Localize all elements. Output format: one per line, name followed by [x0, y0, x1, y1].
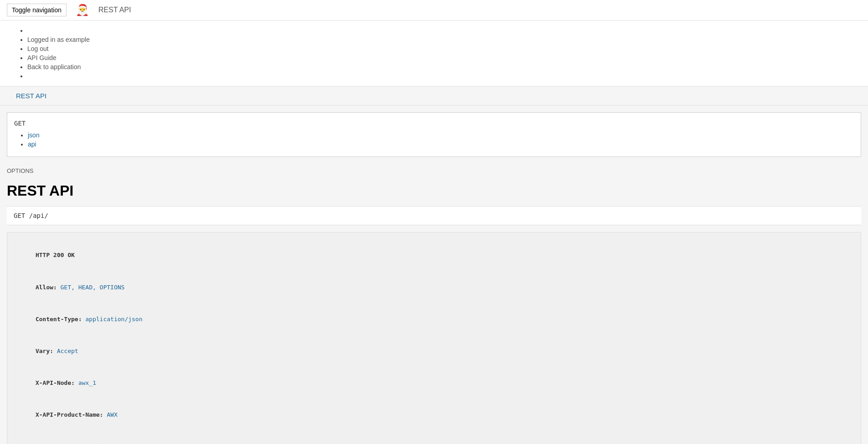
get-link-json: json — [28, 131, 854, 139]
api-guide-link[interactable]: API Guide — [27, 54, 56, 61]
breadcrumb-item-rest-api: REST API — [16, 92, 46, 100]
response-block: HTTP 200 OK Allow: GET, HEAD, OPTIONS Co… — [7, 232, 861, 444]
nav-link-item-back: Back to application — [27, 63, 861, 71]
get-path-row: GET /api/ — [7, 206, 861, 225]
breadcrumb: REST API — [0, 86, 868, 106]
navbar-logo: 🎅 — [76, 5, 89, 15]
get-box: GET json api — [7, 112, 861, 157]
back-to-application-link[interactable]: Back to application — [27, 63, 81, 71]
nav-link-item-api-guide: API Guide — [27, 54, 861, 61]
logged-in-link[interactable]: Logged in as example — [27, 36, 90, 43]
breadcrumb-list: REST API — [7, 92, 861, 100]
toggle-nav-button[interactable]: Toggle navigation — [7, 4, 66, 16]
api-link[interactable]: api — [28, 141, 36, 148]
main-content: GET json api OPTIONS REST API GET /api/ … — [0, 106, 868, 444]
json-link[interactable]: json — [28, 131, 40, 139]
get-label: GET — [14, 120, 854, 127]
navbar-title: REST API — [98, 6, 131, 14]
get-link-api: api — [28, 141, 854, 148]
response-x-api-node: X-API-Node: awx_1 — [14, 367, 854, 399]
nav-links-list: Logged in as example Log out API Guide B… — [18, 27, 861, 80]
response-x-api-product-name: X-API-Product-Name: AWX — [14, 399, 854, 431]
logout-link[interactable]: Log out — [27, 45, 49, 52]
nav-link-item-empty1 — [27, 27, 861, 34]
nav-link-item-logged-in: Logged in as example — [27, 36, 861, 43]
page-heading: REST API — [7, 182, 861, 199]
response-content-type: Content-Type: application/json — [14, 303, 854, 335]
response-x-api-product-version: X-API-Product-Version: 21.5.0 — [14, 431, 854, 444]
nav-link-item-empty2 — [27, 72, 861, 80]
options-row: OPTIONS — [7, 164, 861, 178]
breadcrumb-rest-api-link[interactable]: REST API — [16, 92, 46, 100]
response-status: HTTP 200 OK — [14, 239, 854, 271]
nav-link-item-logout: Log out — [27, 45, 861, 52]
response-vary: Vary: Accept — [14, 335, 854, 367]
response-allow: Allow: GET, HEAD, OPTIONS — [14, 271, 854, 303]
navbar: Toggle navigation 🎅 REST API — [0, 0, 868, 20]
nav-dropdown: Logged in as example Log out API Guide B… — [0, 20, 868, 86]
get-links-list: json api — [14, 131, 854, 148]
